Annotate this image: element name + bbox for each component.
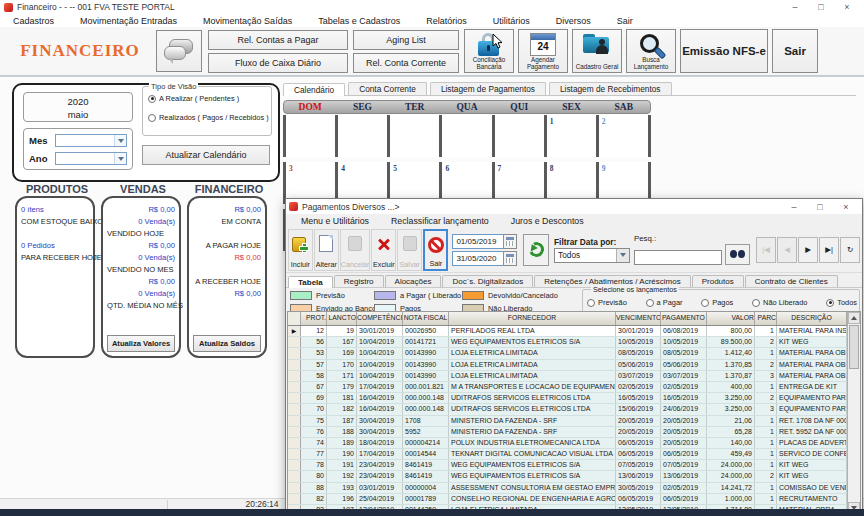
menu-item-movimenta-o-sa-das[interactable]: Movimentação Saídas — [190, 16, 305, 26]
table-row[interactable]: 6717917/04/2019000.001.821M A TRANSPORTE… — [288, 382, 847, 393]
minimize-button[interactable]: – — [782, 0, 808, 14]
dialog-close-button[interactable]: × — [833, 200, 859, 214]
dialog-maximize-button[interactable]: □ — [807, 200, 833, 214]
menu-item-tabelas-e-cadastros[interactable]: Tabelas e Cadastros — [305, 16, 413, 26]
column-header-nota-fiscal[interactable]: NOTA FISCAL — [403, 312, 449, 325]
column-header-compet-ncia[interactable]: COMPETÊNCIA — [357, 312, 403, 325]
menu-item-relat-rios[interactable]: Relatórios — [413, 16, 480, 26]
find-button[interactable] — [725, 244, 750, 265]
column-header-fornecedor[interactable]: FORNECEDOR — [449, 312, 616, 325]
sair-button[interactable]: Sair — [772, 29, 818, 73]
excluir-button[interactable]: Excluir — [371, 229, 396, 271]
table-row[interactable]: 8819303/01/201900000004ASSESSMENT CONSUL… — [288, 483, 847, 494]
calendar-day-cell[interactable]: 2 — [599, 115, 651, 157]
date-to-field[interactable]: 31/05/2020 — [452, 251, 504, 266]
mes-combobox[interactable] — [55, 134, 127, 147]
cadastro-geral-button[interactable]: Cadastro Geral — [572, 29, 622, 73]
calendar-day-cell[interactable] — [495, 115, 547, 157]
column-header-lancto[interactable]: LANCTO — [327, 312, 357, 325]
calendar-day-cell[interactable] — [286, 115, 338, 157]
dialog-tab-contrato-de-clientes[interactable]: Contrato de Clientes — [745, 275, 838, 287]
table-row[interactable]: 5717010/04/201900143990LOJA ELETRICA LIM… — [288, 360, 847, 371]
calendar-day-cell[interactable] — [390, 115, 442, 157]
column-header-pagamento[interactable]: PAGAMENTO — [661, 312, 707, 325]
date-from-field[interactable]: 01/05/2019 — [452, 234, 504, 249]
table-row[interactable]: 7518730/04/20191708MINISTERIO DA FAZENDA… — [288, 416, 847, 427]
column-header-vencimento[interactable]: VENCIMENTO — [616, 312, 661, 325]
menu-item-cadastros[interactable]: Cadastros — [0, 16, 67, 26]
year-month-display[interactable]: 2020 maio — [23, 92, 133, 122]
table-row[interactable]: 5316910/04/201900143990LOJA ELETRICA LIM… — [288, 348, 847, 359]
column-header-selector[interactable] — [288, 312, 301, 325]
scroll-up-icon[interactable] — [848, 312, 860, 324]
grid-scrollbar[interactable] — [847, 312, 860, 514]
dialog-tab-aloca-es[interactable]: Alocações — [385, 275, 442, 287]
taskbar[interactable] — [0, 509, 864, 516]
table-row[interactable]: 6918116/04/2019000.000.148UDITRAFOS SERV… — [288, 393, 847, 404]
conciliacao-bancaria-button[interactable]: Conciliação Bancária — [464, 29, 514, 73]
table-row[interactable]: 7418918/04/2019000004214POLUX INDUSTRIA … — [288, 438, 847, 449]
dialog-sair-button[interactable]: Sair — [423, 229, 448, 271]
menu-item-sair[interactable]: Sair — [604, 16, 646, 26]
incluir-button[interactable]: Incluir — [288, 229, 313, 271]
table-row[interactable]: ▶121930/01/201900026950PERFILADOS REAL L… — [288, 326, 847, 337]
menu-item-movimenta-o-entradas[interactable]: Movimentação Entradas — [67, 16, 190, 26]
radio-realizados[interactable]: Realizados ( Pagos / Recebidos ) — [148, 113, 269, 122]
table-row[interactable]: 8019223/04/20198461419WEG EQUIPAMENTOS E… — [288, 471, 847, 482]
chevron-down-icon[interactable] — [114, 153, 126, 164]
date-picker-icon[interactable] — [504, 234, 517, 249]
dialog-tab-tabela[interactable]: Tabela — [288, 276, 333, 288]
table-row[interactable]: 7819123/04/20198461419WEG EQUIPAMENTOS E… — [288, 460, 847, 471]
fluxo-caixa-button[interactable]: Fluxo de Caixa Diário — [208, 53, 348, 73]
table-row[interactable]: 7719017/04/201900014544TEKNART DIGITAL C… — [288, 449, 847, 460]
radio-a-pagar[interactable]: a Pagar — [646, 298, 683, 307]
radio-todos[interactable]: Todos — [826, 298, 857, 307]
column-header-valor[interactable]: VALOR — [707, 312, 755, 325]
radio-n-o-liberado[interactable]: Não Liberado — [752, 298, 807, 307]
chevron-down-icon[interactable] — [616, 249, 629, 262]
table-row[interactable]: 7018216/04/2019000.000.148UDITRAFOS SERV… — [288, 404, 847, 415]
menu-item-utilit-rios[interactable]: Utilitários — [480, 16, 543, 26]
tab-calend-rio[interactable]: Calendário — [283, 83, 345, 96]
menu-item-diversos[interactable]: Diversos — [543, 16, 604, 26]
dialog-tab-produtos[interactable]: Produtos — [692, 275, 744, 287]
table-row[interactable]: 5817110/04/201900143990LOJA ELETRICA LIM… — [288, 371, 847, 382]
chevron-down-icon[interactable] — [114, 135, 126, 146]
atualiza-valores-button[interactable]: Atualiza Valores — [107, 335, 175, 352]
atualizar-calendario-button[interactable]: Atualizar Calendário — [142, 145, 270, 165]
close-button[interactable]: × — [834, 0, 860, 14]
chat-button[interactable] — [156, 30, 202, 72]
search-input[interactable] — [634, 250, 722, 265]
aging-list-button[interactable]: Aging List — [353, 30, 459, 50]
tab-listagem-de-pagamentos[interactable]: Listagem de Pagamentos — [430, 82, 546, 95]
radio-previs-o[interactable]: Previsão — [587, 298, 627, 307]
tab-listagem-de-recebimentos[interactable]: Listagem de Recebimentos — [549, 82, 672, 95]
calendar-day-cell[interactable]: 1 — [547, 115, 599, 157]
filter-combobox[interactable]: Todos — [554, 248, 630, 263]
rel-contas-pagar-button[interactable]: Rel. Contas a Pagar — [208, 30, 348, 50]
rel-conta-corrente-button[interactable]: Rel. Conta Corrente — [353, 53, 459, 73]
column-header-prot[interactable]: PROT. — [301, 312, 327, 325]
tab-conta-corrente[interactable]: Conta Corrente — [348, 82, 427, 95]
dialog-menu-item-reclassificar-lan-amento[interactable]: Reclassificar lançamento — [380, 216, 500, 226]
agendar-pagamento-button[interactable]: 24 Agendar Pagamento — [518, 29, 568, 73]
nav-next-button[interactable]: ▶ — [798, 237, 818, 263]
dialog-menu-item-juros-e-descontos[interactable]: Juros e Descontos — [500, 216, 595, 226]
nav-refresh-button[interactable]: ↻ — [840, 237, 860, 263]
dialog-tab-doc-s-digitalizados[interactable]: Doc´s. Digitalizados — [442, 275, 533, 287]
refresh-button[interactable] — [523, 234, 549, 266]
calendar-day-cell[interactable] — [338, 115, 390, 157]
radio-pagos[interactable]: Pagos — [701, 298, 733, 307]
column-header-descri-o[interactable]: DESCRIÇÃO — [777, 312, 847, 325]
dialog-minimize-button[interactable]: – — [781, 200, 807, 214]
date-picker-icon[interactable] — [504, 251, 517, 266]
maximize-button[interactable]: □ — [808, 0, 834, 14]
dialog-tab-registro[interactable]: Registro — [334, 275, 384, 287]
scrollbar-thumb[interactable] — [849, 325, 859, 369]
radio-a-realizar[interactable]: A Realizar ( Pendentes ) — [148, 94, 239, 103]
nav-last-button[interactable]: ▶| — [819, 237, 839, 263]
busca-lancamento-button[interactable]: Busca Lançamento — [626, 29, 676, 73]
alterar-button[interactable]: Alterar — [314, 229, 339, 271]
table-row[interactable]: 5616710/04/201900141721WEG EQUIPAMENTOS … — [288, 337, 847, 348]
ano-combobox[interactable] — [55, 152, 127, 165]
